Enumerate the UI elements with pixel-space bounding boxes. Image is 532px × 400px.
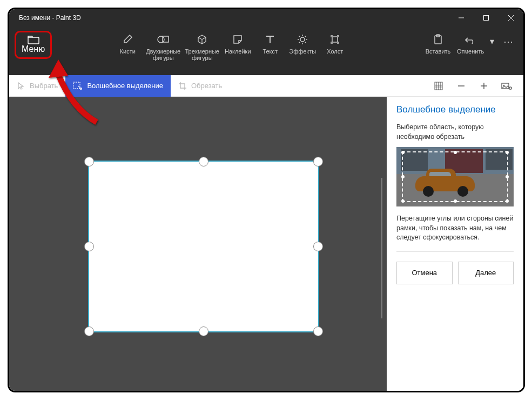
maximize-button[interactable]: [474, 9, 499, 26]
effects-icon: [297, 33, 308, 46]
magic-select-icon: [73, 82, 83, 90]
side-panel: Волшебное выделение Выберите область, ко…: [387, 97, 523, 391]
ribbon: Меню Кисти Двухмерные фигуры Трехмерные …: [9, 26, 523, 75]
close-button[interactable]: [499, 9, 523, 26]
svg-point-5: [158, 36, 164, 43]
panel-subtitle: Выберите область, которую необходимо обр…: [396, 123, 514, 142]
secondary-toolbar: Выбрать Волшебное выделение Обрезать: [9, 75, 523, 97]
handle-br[interactable]: [313, 326, 323, 336]
svg-line-13: [305, 42, 306, 43]
cursor-icon: [17, 82, 25, 90]
app-window: Без имени - Paint 3D Меню Кисти Двухмерн…: [8, 8, 525, 392]
undo-icon: [464, 33, 476, 46]
crop-tool[interactable]: Обрезать: [171, 75, 230, 97]
handle-bl[interactable]: [84, 326, 94, 336]
svg-line-12: [299, 36, 300, 37]
ribbon-stickers[interactable]: Наклейки: [221, 31, 254, 57]
shapes-3d-icon: [196, 33, 208, 46]
preview-image: [396, 147, 514, 206]
scrollbar[interactable]: [381, 178, 382, 318]
panel-hint: Перетащите углы или стороны синей рамки,…: [396, 214, 514, 252]
ribbon-canvas[interactable]: Холст: [319, 31, 351, 57]
minimize-button[interactable]: [449, 9, 474, 26]
handle-ml[interactable]: [84, 242, 94, 251]
select-tool[interactable]: Выбрать: [9, 75, 65, 97]
titlebar: Без имени - Paint 3D: [9, 9, 523, 26]
cancel-button[interactable]: Отмена: [396, 262, 453, 284]
ribbon-text[interactable]: Текст: [254, 31, 286, 57]
text-icon: [265, 33, 275, 46]
svg-rect-4: [28, 37, 39, 44]
undo-button[interactable]: Отменить: [454, 31, 487, 57]
svg-point-7: [300, 37, 305, 42]
grid-toggle[interactable]: [433, 80, 445, 92]
magic-select-tool[interactable]: Волшебное выделение: [65, 75, 171, 97]
shapes-2d-icon: [157, 33, 169, 46]
ribbon-brushes[interactable]: Кисти: [111, 31, 144, 57]
sticker-icon: [232, 33, 243, 46]
handle-tr[interactable]: [313, 157, 323, 166]
zoom-out[interactable]: [455, 80, 467, 92]
svg-rect-1: [484, 16, 489, 21]
ribbon-2d-shapes[interactable]: Двухмерные фигуры: [144, 31, 183, 63]
selection-frame[interactable]: [88, 161, 319, 332]
undo-dropdown[interactable]: ▾: [487, 31, 497, 46]
brush-icon: [122, 33, 133, 46]
canvas-workspace[interactable]: [9, 97, 387, 391]
zoom-in[interactable]: [478, 80, 490, 92]
handle-tl[interactable]: [84, 157, 94, 166]
paste-icon: [433, 33, 443, 46]
window-controls: [449, 9, 523, 26]
handle-bc[interactable]: [199, 326, 208, 336]
ribbon-effects[interactable]: Эффекты: [286, 31, 319, 57]
next-button[interactable]: Далее: [458, 262, 514, 284]
svg-rect-16: [332, 37, 338, 42]
handle-mr[interactable]: [313, 242, 323, 251]
svg-point-32: [509, 86, 511, 89]
menu-button[interactable]: Меню: [15, 31, 52, 59]
more-button[interactable]: ⋯: [497, 31, 519, 52]
crop-icon: [178, 82, 187, 90]
paste-button[interactable]: Вставить: [422, 31, 454, 57]
panel-title: Волшебное выделение: [396, 104, 514, 115]
ribbon-3d-shapes[interactable]: Трехмерные фигуры: [183, 31, 221, 63]
window-title: Без имени - Paint 3D: [19, 14, 81, 22]
handle-tc[interactable]: [199, 157, 208, 166]
svg-line-14: [305, 36, 306, 37]
menu-label: Меню: [22, 44, 45, 54]
canvas-icon: [329, 33, 340, 46]
folder-icon: [28, 36, 39, 44]
view-controls: [433, 80, 523, 92]
view-3d-toggle[interactable]: [501, 80, 513, 92]
svg-rect-19: [73, 82, 80, 89]
svg-line-15: [299, 42, 300, 43]
